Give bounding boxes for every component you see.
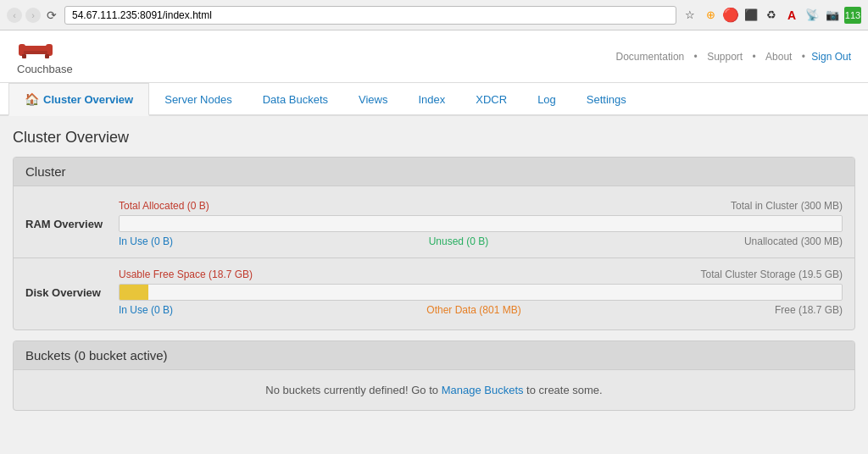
extension-icon6: 📷 bbox=[824, 7, 841, 24]
tab-log-label: Log bbox=[537, 93, 556, 106]
browser-chrome: ‹ › ⟳ ☆ ⊕ 🔴 ⬛ ♻ A 📡 📷 113 bbox=[0, 0, 868, 30]
app-header: Couchbase Documentation • Support • Abou… bbox=[0, 30, 868, 83]
rss-icon: ⊕ bbox=[702, 7, 719, 24]
logo-area: Couchbase bbox=[17, 37, 73, 75]
tab-xdcr[interactable]: XDCR bbox=[460, 85, 522, 116]
ram-divider bbox=[14, 257, 854, 258]
tab-log[interactable]: Log bbox=[522, 85, 571, 116]
ram-label: RAM Overview bbox=[25, 218, 119, 230]
cluster-section-body: RAM Overview Total Allocated (0 B) Total… bbox=[14, 186, 854, 329]
ram-overview-row: RAM Overview Total Allocated (0 B) Total… bbox=[14, 195, 854, 252]
bookmark-icon: ☆ bbox=[682, 7, 698, 24]
disk-free: Free (18.7 GB) bbox=[775, 304, 843, 316]
buckets-section: Buckets (0 bucket active) No buckets cur… bbox=[13, 340, 855, 411]
disk-bar bbox=[119, 284, 843, 301]
disk-bottom: In Use (0 B) Other Data (801 MB) Free (1… bbox=[119, 304, 843, 316]
disk-bar-other bbox=[120, 285, 148, 300]
tab-views-label: Views bbox=[359, 93, 387, 106]
tab-cluster-overview[interactable]: 🏠 Cluster Overview bbox=[8, 83, 149, 116]
sep1: • bbox=[694, 51, 701, 63]
buckets-message: No buckets currently defined! Go to Mana… bbox=[14, 370, 854, 410]
disk-overview-row: Disk Overview Usable Free Space (18.7 GB… bbox=[14, 263, 854, 321]
svg-rect-5 bbox=[45, 54, 49, 58]
cluster-section-header: Cluster bbox=[14, 158, 854, 186]
forward-button[interactable]: › bbox=[25, 8, 41, 23]
back-button[interactable]: ‹ bbox=[7, 8, 22, 23]
disk-top: Usable Free Space (18.7 GB) Total Cluste… bbox=[119, 269, 843, 280]
svg-rect-4 bbox=[22, 54, 26, 58]
tab-server-nodes-label: Server Nodes bbox=[164, 93, 231, 106]
extension-icon4: A bbox=[783, 7, 800, 24]
home-icon: 🏠 bbox=[25, 92, 39, 106]
sign-out-link[interactable]: Sign Out bbox=[811, 51, 851, 63]
extension-icon5: 📡 bbox=[804, 7, 821, 24]
ram-total-in-cluster: Total in Cluster (300 MB) bbox=[731, 200, 843, 212]
tab-index-label: Index bbox=[418, 93, 445, 106]
ram-top: Total Allocated (0 B) Total in Cluster (… bbox=[119, 200, 843, 212]
extension-icon7: 113 bbox=[844, 7, 861, 24]
main-content: Cluster Overview Cluster RAM Overview To… bbox=[0, 116, 868, 454]
tab-xdcr-label: XDCR bbox=[476, 93, 507, 106]
ram-unallocated: Unallocated (300 MB) bbox=[744, 235, 843, 247]
extension-icon1: 🔴 bbox=[722, 7, 739, 24]
sep3: • bbox=[802, 51, 809, 63]
disk-in-use: In Use (0 B) bbox=[119, 304, 173, 316]
tab-server-nodes[interactable]: Server Nodes bbox=[149, 85, 247, 116]
svg-rect-3 bbox=[24, 51, 47, 54]
tab-data-buckets[interactable]: Data Buckets bbox=[248, 85, 343, 116]
browser-toolbar-icons: ☆ ⊕ 🔴 ⬛ ♻ A 📡 📷 113 bbox=[682, 7, 861, 24]
tab-index[interactable]: Index bbox=[403, 85, 460, 116]
logo-svg bbox=[17, 37, 54, 61]
ram-unused: Unused (0 B) bbox=[429, 235, 489, 247]
address-bar[interactable] bbox=[64, 6, 676, 25]
ram-data: Total Allocated (0 B) Total in Cluster (… bbox=[119, 200, 843, 247]
cluster-section: Cluster RAM Overview Total Allocated (0 … bbox=[13, 157, 855, 330]
support-link[interactable]: Support bbox=[707, 51, 743, 63]
nav-buttons: ‹ › ⟳ bbox=[7, 8, 59, 23]
buckets-message-suffix: to create some. bbox=[524, 384, 603, 396]
tab-data-buckets-label: Data Buckets bbox=[263, 93, 328, 106]
ram-in-use: In Use (0 B) bbox=[119, 235, 173, 247]
page-title: Cluster Overview bbox=[13, 129, 855, 147]
logo-text: Couchbase bbox=[17, 63, 73, 75]
extension-icon3: ♻ bbox=[763, 7, 780, 24]
documentation-link[interactable]: Documentation bbox=[616, 51, 685, 63]
tab-settings-label: Settings bbox=[587, 93, 626, 106]
tab-views[interactable]: Views bbox=[343, 85, 403, 116]
disk-label: Disk Overview bbox=[25, 286, 119, 299]
header-links: Documentation • Support • About • Sign O… bbox=[613, 51, 851, 63]
sep2: • bbox=[753, 51, 760, 63]
refresh-button[interactable]: ⟳ bbox=[44, 8, 59, 23]
disk-usable-free: Usable Free Space (18.7 GB) bbox=[119, 269, 253, 280]
buckets-section-header: Buckets (0 bucket active) bbox=[14, 341, 854, 370]
disk-total-storage: Total Cluster Storage (19.5 GB) bbox=[701, 269, 843, 280]
disk-data: Usable Free Space (18.7 GB) Total Cluste… bbox=[119, 269, 843, 316]
manage-buckets-link[interactable]: Manage Buckets bbox=[442, 384, 524, 396]
ram-bottom: In Use (0 B) Unused (0 B) Unallocated (3… bbox=[119, 235, 843, 247]
ram-bar bbox=[119, 215, 843, 232]
buckets-message-prefix: No buckets currently defined! Go to bbox=[265, 384, 441, 396]
about-link[interactable]: About bbox=[765, 51, 792, 63]
ram-total-allocated: Total Allocated (0 B) bbox=[119, 200, 209, 212]
disk-other-data: Other Data (801 MB) bbox=[426, 304, 520, 316]
nav-tabs: 🏠 Cluster Overview Server Nodes Data Buc… bbox=[0, 83, 868, 116]
tab-settings[interactable]: Settings bbox=[571, 85, 642, 116]
extension-icon2: ⬛ bbox=[743, 7, 760, 24]
tab-cluster-overview-label: Cluster Overview bbox=[43, 93, 133, 106]
